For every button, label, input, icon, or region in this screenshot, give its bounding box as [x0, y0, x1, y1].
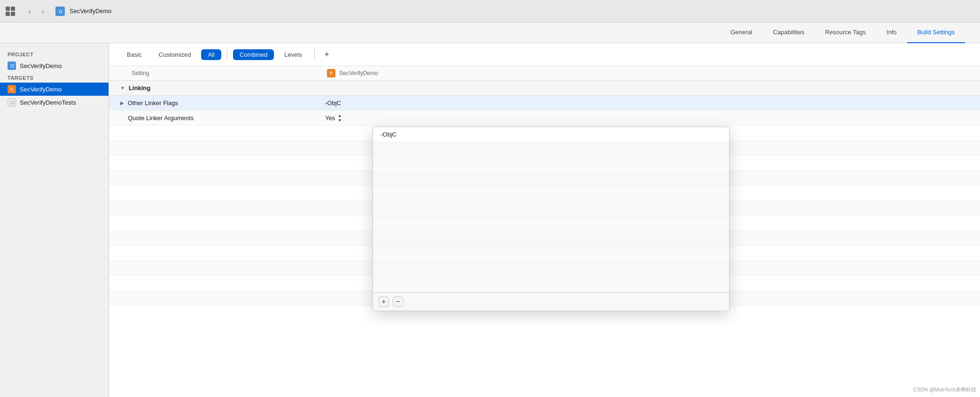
section-arrow: ▼: [120, 85, 125, 91]
tab-build-settings[interactable]: Build Settings: [907, 23, 965, 43]
top-tab-bar: General Capabilities Resource Tags Info …: [0, 23, 980, 43]
list-item: [373, 277, 729, 292]
sidebar-item-target[interactable]: C SecVerifyDemo: [0, 83, 109, 96]
sidebar-project-name: SecVerifyDemo: [20, 62, 62, 69]
sidebar-item-tests[interactable]: ◻ SecVerifyDemoTests: [0, 96, 109, 109]
sidebar-targets-label: TARGETS: [0, 72, 109, 83]
sidebar-tests-name: SecVerifyDemoTests: [20, 99, 76, 106]
col-value-label: SecVerifyDemo: [339, 70, 378, 76]
list-item: [373, 157, 729, 172]
sidebar-item-project[interactable]: ◻ SecVerifyDemo: [0, 59, 109, 72]
row-name-other-linker-flags: Other Linker Flags: [128, 99, 325, 107]
col-setting-header: Setting: [120, 70, 327, 76]
tab-capabilities[interactable]: Capabilities: [762, 23, 815, 43]
col-headers: Setting C SecVerifyDemo: [109, 66, 980, 81]
target-icon: C: [8, 85, 16, 93]
list-item: [373, 232, 729, 247]
popover-add-button[interactable]: +: [379, 297, 389, 307]
list-item: [373, 217, 729, 232]
project-file-icon: ◻: [8, 61, 16, 70]
section-linking-header: ▼ Linking: [109, 81, 980, 96]
col-value-icon: C: [327, 69, 335, 77]
filter-divider-2: [314, 49, 315, 60]
filter-basic-button[interactable]: Basic: [120, 49, 148, 60]
section-title: Linking: [129, 84, 150, 92]
filter-levels-button[interactable]: Levels: [278, 49, 309, 60]
table-row[interactable]: ▶ Other Linker Flags -ObjC: [109, 96, 980, 111]
project-title: SecVerifyDemo: [70, 8, 112, 15]
filter-all-button[interactable]: All: [201, 49, 221, 60]
filter-combined-button[interactable]: Combined: [233, 49, 274, 60]
tab-info[interactable]: Info: [876, 23, 907, 43]
sidebar: PROJECT ◻ SecVerifyDemo TARGETS C SecVer…: [0, 43, 109, 397]
row-value-quote-linker: Yes ▲ ▼: [325, 114, 969, 122]
list-item: [373, 187, 729, 202]
title-bar: ‹ › ◻ SecVerifyDemo: [0, 0, 980, 23]
col-value-header: C SecVerifyDemo: [327, 69, 969, 77]
popover-list: -ObjC: [373, 127, 729, 292]
list-item: [373, 202, 729, 217]
filter-customized-button[interactable]: Customized: [152, 49, 198, 60]
table-row[interactable]: ▶ Quote Linker Arguments Yes ▲ ▼: [109, 111, 980, 126]
list-item: [373, 172, 729, 187]
filter-bar: Basic Customized All Combined Levels +: [109, 43, 980, 66]
filter-divider: [227, 49, 227, 60]
row-expand-arrow[interactable]: ▶: [120, 100, 128, 106]
filter-add-button[interactable]: +: [320, 48, 334, 61]
list-item: [373, 142, 729, 157]
list-item: [373, 262, 729, 277]
nav-buttons: ‹ ›: [24, 6, 48, 16]
popover-linker-flags: -ObjC + −: [373, 127, 730, 311]
project-icon: ◻: [55, 7, 65, 16]
row-value-other-linker-flags: -ObjC: [325, 99, 969, 107]
watermark: CSDN @MobTech来啊科技: [913, 386, 976, 393]
row-name-quote-linker: Quote Linker Arguments: [128, 115, 325, 122]
tab-resource-tags[interactable]: Resource Tags: [815, 23, 876, 43]
tab-general[interactable]: General: [720, 23, 762, 43]
list-item[interactable]: -ObjC: [373, 127, 729, 142]
project-title-area: ◻ SecVerifyDemo: [55, 7, 112, 16]
popover-remove-button[interactable]: −: [393, 297, 403, 307]
back-button[interactable]: ‹: [24, 6, 35, 16]
sidebar-target-name: SecVerifyDemo: [20, 86, 62, 93]
stepper-down[interactable]: ▼: [338, 118, 342, 123]
grid-icon: [6, 7, 15, 16]
popover-footer: + −: [373, 292, 729, 311]
list-item: [373, 247, 729, 262]
test-icon: ◻: [8, 98, 16, 107]
stepper-up[interactable]: ▲: [338, 114, 342, 118]
sidebar-project-label: PROJECT: [0, 49, 109, 59]
forward-button[interactable]: ›: [38, 6, 48, 16]
popover-content: -ObjC + −: [373, 127, 729, 311]
